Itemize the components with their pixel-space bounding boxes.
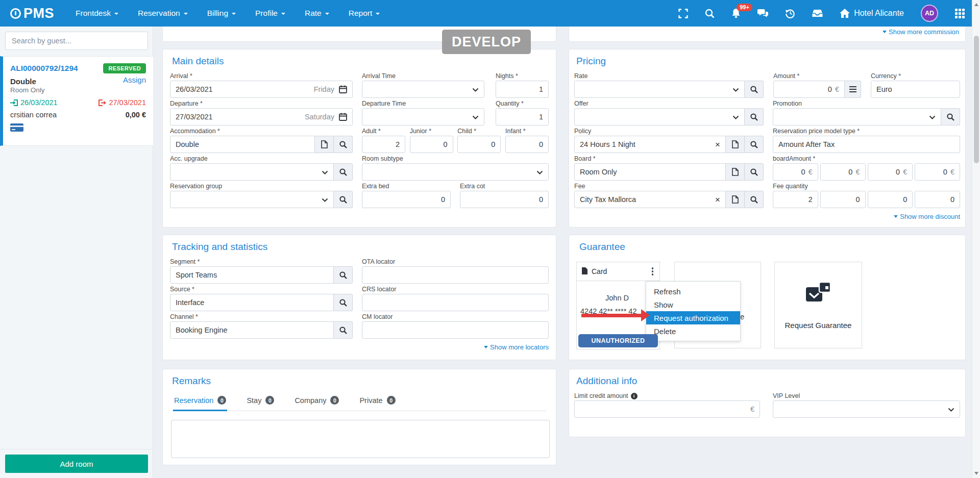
calendar-icon[interactable] <box>339 113 347 121</box>
calendar-icon[interactable] <box>339 85 347 93</box>
bell-icon[interactable]: 99+ <box>731 8 741 18</box>
fee-quantity-input-3[interactable]: 0 <box>868 191 913 208</box>
menu-frontdesk[interactable]: Frontdesk <box>76 9 118 18</box>
amount-input[interactable]: 0 € <box>773 81 845 98</box>
extra-cot-input[interactable]: 0 <box>460 191 549 208</box>
channel-input[interactable]: Booking Engine <box>170 321 334 339</box>
board-input[interactable]: Room Only <box>574 163 726 181</box>
ota-locator-input[interactable] <box>362 266 549 284</box>
acc-upgrade-select[interactable] <box>170 163 334 181</box>
chat-icon[interactable] <box>757 9 768 18</box>
magnifier-icon[interactable] <box>334 294 353 311</box>
magnifier-icon[interactable] <box>745 108 764 125</box>
promotion-select[interactable] <box>773 108 941 125</box>
magnifier-icon[interactable] <box>745 136 764 153</box>
menu-rate[interactable]: Rate <box>305 9 329 18</box>
scroll-down-arrow-icon[interactable] <box>974 472 978 475</box>
crs-locator-input[interactable] <box>362 294 549 311</box>
document-icon[interactable] <box>726 163 745 181</box>
reservation-card[interactable]: ALI00000792/1294 RESERVED Double Assign … <box>0 56 153 146</box>
menu-billing[interactable]: Billing <box>207 9 236 18</box>
board-amount-input-2[interactable]: 0€ <box>820 163 866 181</box>
fee-quantity-input-4[interactable]: 0 <box>915 191 960 208</box>
document-icon[interactable] <box>726 191 745 208</box>
junior-input[interactable]: 0 <box>410 136 453 153</box>
arrival-time-select[interactable] <box>362 81 484 98</box>
fullscreen-icon[interactable] <box>678 9 688 18</box>
magnifier-icon[interactable] <box>941 108 960 125</box>
tab-company[interactable]: Company 0 <box>293 393 340 411</box>
scroll-up-arrow-icon[interactable] <box>974 3 978 6</box>
room-subtype-select[interactable] <box>362 163 549 181</box>
tab-reservation[interactable]: Reservation 0 <box>173 393 227 411</box>
menu-item-request-authorization[interactable]: Request authorization <box>646 311 740 324</box>
source-input[interactable]: Interface <box>170 294 334 311</box>
nights-input[interactable]: 1 <box>496 81 549 98</box>
limit-credit-input[interactable]: € <box>574 400 760 418</box>
price-model-input[interactable]: Amount After Tax <box>773 136 960 153</box>
remarks-textarea[interactable] <box>171 420 550 458</box>
app-logo[interactable]: PMS <box>10 6 54 21</box>
inbox-icon[interactable] <box>812 9 823 17</box>
arrival-date-input[interactable]: 26/03/2021 Friday <box>170 81 353 98</box>
request-guarantee-tile[interactable]: Request Guarantee <box>774 262 862 348</box>
apps-grid-icon[interactable] <box>955 9 965 18</box>
menu-item-refresh[interactable]: Refresh <box>646 285 740 298</box>
reservation-id-link[interactable]: ALI00000792/1294 <box>10 64 78 73</box>
infant-input[interactable]: 0 <box>505 136 549 153</box>
history-icon[interactable] <box>785 8 795 18</box>
document-icon[interactable] <box>726 136 745 153</box>
adult-input[interactable]: 2 <box>362 136 405 153</box>
guest-search-input[interactable] <box>5 32 148 50</box>
show-more-commission-link[interactable]: Show more commission <box>883 28 959 36</box>
document-icon[interactable] <box>315 136 334 153</box>
add-room-button[interactable]: Add room <box>5 455 148 473</box>
currency-input[interactable]: Euro <box>871 81 960 98</box>
menu-report[interactable]: Report <box>349 9 380 18</box>
segment-input[interactable]: Sport Teams <box>170 266 334 284</box>
departure-date-input[interactable]: 27/03/2021 Saturday <box>170 108 353 125</box>
magnifier-icon[interactable] <box>334 321 353 339</box>
scrollbar-thumb[interactable] <box>974 36 979 163</box>
menu-lines-icon[interactable] <box>845 81 861 98</box>
show-more-locators-link[interactable]: Show more locators <box>484 343 549 351</box>
magnifier-icon[interactable] <box>334 266 353 284</box>
vip-level-select[interactable] <box>773 400 960 418</box>
fee-quantity-input-2[interactable]: 0 <box>820 191 866 208</box>
kebab-menu-icon[interactable] <box>651 266 655 276</box>
menu-item-delete[interactable]: Delete <box>646 324 740 338</box>
board-amount-input-1[interactable]: 0€ <box>773 163 818 181</box>
clear-x-icon[interactable] <box>715 140 720 149</box>
magnifier-icon[interactable] <box>745 163 764 181</box>
user-avatar[interactable]: AD <box>921 5 938 22</box>
page-scrollbar[interactable] <box>972 0 980 478</box>
magnifier-icon[interactable] <box>334 191 353 208</box>
menu-profile[interactable]: Profile <box>255 9 285 18</box>
clear-x-icon[interactable] <box>715 195 720 204</box>
cm-locator-input[interactable] <box>362 321 549 339</box>
reservation-group-select[interactable] <box>170 191 334 208</box>
accommodation-input[interactable]: Double <box>170 136 315 153</box>
extra-bed-input[interactable]: 0 <box>362 191 451 208</box>
fee-input[interactable]: City Tax Mallorca <box>574 191 726 208</box>
magnifier-icon[interactable] <box>745 81 764 98</box>
show-more-discount-link[interactable]: Show more discount <box>894 213 960 220</box>
board-amount-input-3[interactable]: 0€ <box>868 163 913 181</box>
policy-input[interactable]: 24 Hours 1 Night <box>574 136 726 153</box>
menu-reservation[interactable]: Reservation <box>138 9 188 18</box>
menu-item-show[interactable]: Show <box>646 298 740 311</box>
board-amount-input-4[interactable]: 0€ <box>915 163 960 181</box>
magnifier-icon[interactable] <box>334 163 353 181</box>
credit-card-icon[interactable] <box>10 123 23 132</box>
magnifier-icon[interactable] <box>334 136 353 153</box>
search-icon[interactable] <box>705 9 715 18</box>
tab-stay[interactable]: Stay 0 <box>246 393 275 411</box>
assign-link[interactable]: Assign <box>123 76 146 84</box>
hotel-selector[interactable]: Hotel Alicante <box>840 9 904 18</box>
rate-select[interactable] <box>574 81 745 98</box>
child-input[interactable]: 0 <box>457 136 501 153</box>
offer-select[interactable] <box>574 108 745 125</box>
magnifier-icon[interactable] <box>745 191 764 208</box>
fee-quantity-input-1[interactable]: 2 <box>773 191 818 208</box>
quantity-input[interactable]: 1 <box>496 108 549 125</box>
